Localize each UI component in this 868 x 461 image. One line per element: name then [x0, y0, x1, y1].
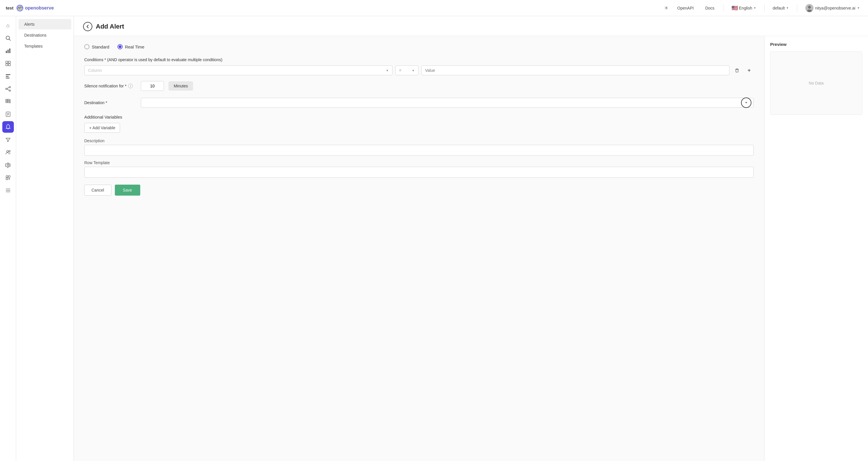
- silence-unit-button[interactable]: Minutes: [168, 81, 193, 91]
- svg-point-4: [808, 6, 811, 9]
- column-select[interactable]: Column ▼: [84, 65, 393, 75]
- avatar-icon: [805, 4, 813, 12]
- page-title: Add Alert: [96, 23, 124, 30]
- radio-realtime[interactable]: Real Time: [118, 44, 145, 49]
- sidebar-item-home[interactable]: ⌂: [2, 20, 14, 31]
- add-variable-button[interactable]: + Add Variable: [84, 123, 120, 133]
- silence-info-icon[interactable]: i: [128, 84, 133, 88]
- sidebar-item-alerts-nav[interactable]: Alerts: [19, 19, 71, 29]
- svg-rect-10: [9, 49, 10, 53]
- delete-condition-button[interactable]: [733, 66, 742, 75]
- svg-rect-37: [8, 176, 10, 177]
- flag-icon: 🇺🇸: [732, 5, 738, 11]
- column-placeholder: Column: [88, 68, 102, 73]
- sidebar-item-templates[interactable]: Templates: [19, 41, 71, 51]
- svg-rect-8: [6, 51, 7, 53]
- sidebar-item-metrics[interactable]: [2, 58, 14, 69]
- sidebar-item-logs[interactable]: [2, 45, 14, 57]
- avatar: [805, 4, 813, 12]
- org-selector[interactable]: default ▼: [771, 4, 791, 12]
- svg-point-18: [5, 88, 7, 90]
- silence-notification-row: Silence notification for * i Minutes: [84, 81, 754, 91]
- svg-rect-15: [6, 74, 10, 75]
- user-menu-button[interactable]: nitya@openobserve.ai ▼: [803, 2, 862, 14]
- row-template-label: Row Template: [84, 160, 754, 165]
- svg-point-33: [7, 151, 8, 152]
- docs-button[interactable]: Docs: [702, 4, 717, 12]
- additional-variables-title: Additional Variables: [84, 115, 754, 119]
- theme-toggle-icon[interactable]: ☀: [664, 5, 669, 11]
- sidebar-item-filter[interactable]: [2, 134, 14, 145]
- sidebar-item-reports[interactable]: [2, 109, 14, 120]
- language-selector[interactable]: 🇺🇸 English ▼: [729, 3, 758, 13]
- operator-select[interactable]: = ▼: [395, 65, 418, 75]
- conditions-row: Column ▼ = ▼ +: [84, 65, 754, 75]
- sidebar-item-logs-nav[interactable]: [2, 185, 14, 196]
- silence-value-input[interactable]: [141, 81, 164, 91]
- silence-label: Silence notification for * i: [84, 84, 136, 88]
- left-panel: Alerts Destinations Templates: [16, 16, 74, 461]
- sidebar-item-dashboards[interactable]: [2, 96, 14, 107]
- user-chevron-icon: ▼: [857, 6, 860, 9]
- preview-panel: Preview No Data: [764, 36, 868, 461]
- sidebar-item-pipelines[interactable]: [2, 83, 14, 95]
- back-arrow-icon: [86, 25, 90, 29]
- radio-realtime-label: Real Time: [125, 44, 145, 49]
- svg-rect-38: [6, 178, 8, 180]
- plugin-icon: [5, 175, 11, 181]
- svg-line-22: [7, 89, 9, 90]
- save-button[interactable]: Save: [115, 185, 140, 195]
- sidebar-item-plugins[interactable]: [2, 172, 14, 183]
- operator-value: =: [399, 68, 401, 73]
- lang-chevron-icon: ▼: [753, 6, 756, 9]
- svg-rect-25: [6, 101, 7, 103]
- back-button[interactable]: [83, 22, 92, 31]
- form-actions: Cancel Save: [84, 185, 754, 195]
- sidebar-item-settings[interactable]: [2, 159, 14, 171]
- grid-icon: [5, 99, 11, 104]
- destination-row: Destination *: [84, 98, 754, 107]
- destination-input[interactable]: [141, 98, 754, 107]
- svg-rect-11: [6, 61, 8, 63]
- sidebar-item-traces[interactable]: [2, 70, 14, 82]
- svg-rect-17: [6, 78, 9, 79]
- list-icon: [5, 187, 11, 193]
- description-input[interactable]: [84, 145, 754, 156]
- brand: test openobserve: [6, 4, 54, 12]
- column-chevron-icon: ▼: [386, 69, 389, 72]
- radio-realtime-dot: [119, 45, 122, 48]
- sidebar-item-search[interactable]: [2, 32, 14, 44]
- search-icon: [5, 35, 11, 41]
- users-icon: [5, 149, 11, 155]
- logo-svg: [16, 4, 24, 12]
- svg-rect-9: [7, 50, 9, 53]
- cancel-button[interactable]: Cancel: [84, 185, 112, 195]
- page-header: Add Alert: [74, 16, 868, 36]
- share-icon: [5, 86, 11, 92]
- sidebar-item-alerts[interactable]: [2, 121, 14, 133]
- sidebar-item-iam[interactable]: [2, 147, 14, 158]
- alert-type-radio-group: Standard Real Time: [84, 44, 754, 49]
- radio-standard-label: Standard: [92, 44, 110, 49]
- radio-realtime-outer: [118, 44, 123, 49]
- form-content: Standard Real Time Conditions * (AND ope…: [74, 36, 868, 461]
- svg-rect-14: [8, 64, 10, 66]
- logo: openobserve: [16, 4, 54, 12]
- add-condition-button[interactable]: +: [744, 66, 754, 75]
- radio-standard[interactable]: Standard: [84, 44, 110, 49]
- row-template-input[interactable]: [84, 167, 754, 178]
- org-label: default: [773, 6, 785, 10]
- openapi-button[interactable]: OpenAPI: [674, 4, 696, 12]
- destination-dropdown-button[interactable]: [741, 97, 751, 108]
- value-input[interactable]: [421, 65, 730, 75]
- svg-rect-16: [6, 76, 9, 77]
- sidebar-item-destinations[interactable]: Destinations: [19, 30, 71, 40]
- svg-line-7: [9, 39, 10, 41]
- svg-point-34: [9, 151, 10, 152]
- conditions-label: Conditions * (AND operator is used by de…: [84, 57, 754, 62]
- radio-standard-outer: [84, 44, 89, 49]
- svg-rect-36: [6, 176, 8, 177]
- preview-box: No Data: [770, 51, 862, 115]
- svg-rect-23: [6, 99, 7, 101]
- svg-rect-12: [8, 61, 10, 63]
